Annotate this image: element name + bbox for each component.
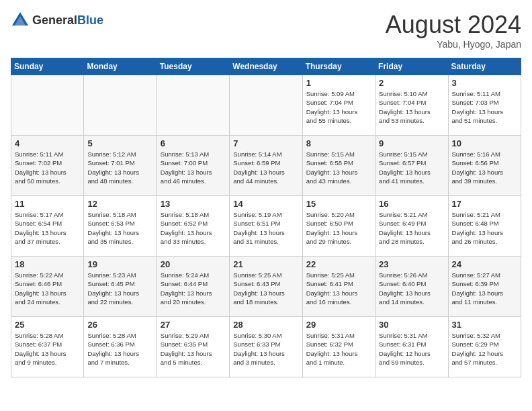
calendar-cell: 24Sunrise: 5:27 AM Sunset: 6:39 PM Dayli… (448, 257, 521, 317)
day-info: Sunrise: 5:12 AM Sunset: 7:01 PM Dayligh… (87, 150, 152, 185)
day-number: 21 (233, 259, 298, 269)
day-info: Sunrise: 5:23 AM Sunset: 6:45 PM Dayligh… (87, 271, 152, 306)
day-number: 24 (452, 259, 517, 269)
page-header: GeneralBlue August 2024 Yabu, Hyogo, Jap… (11, 11, 521, 50)
calendar-cell: 22Sunrise: 5:25 AM Sunset: 6:41 PM Dayli… (302, 257, 375, 317)
day-info: Sunrise: 5:32 AM Sunset: 6:29 PM Dayligh… (452, 331, 517, 367)
day-number: 5 (87, 138, 152, 148)
calendar-cell: 26Sunrise: 5:28 AM Sunset: 6:36 PM Dayli… (84, 317, 157, 377)
day-number: 23 (379, 259, 444, 269)
calendar-cell: 21Sunrise: 5:25 AM Sunset: 6:43 PM Dayli… (230, 257, 302, 317)
day-info: Sunrise: 5:16 AM Sunset: 6:56 PM Dayligh… (452, 150, 517, 185)
calendar-cell: 31Sunrise: 5:32 AM Sunset: 6:29 PM Dayli… (448, 317, 521, 377)
week-row-4: 18Sunrise: 5:22 AM Sunset: 6:46 PM Dayli… (11, 257, 521, 317)
day-number: 13 (161, 199, 226, 209)
weekday-header-sunday: Sunday (11, 58, 84, 75)
weekday-header-wednesday: Wednesday (230, 58, 302, 75)
calendar-cell: 14Sunrise: 5:19 AM Sunset: 6:51 PM Dayli… (230, 196, 302, 257)
day-number: 25 (15, 320, 80, 330)
month-year: August 2024 (386, 11, 521, 39)
weekday-header-tuesday: Tuesday (157, 58, 229, 75)
day-number: 7 (233, 138, 298, 148)
day-number: 11 (15, 199, 80, 209)
logo-icon (11, 11, 30, 30)
weekday-header-thursday: Thursday (302, 58, 375, 75)
day-number: 30 (379, 320, 444, 330)
day-info: Sunrise: 5:15 AM Sunset: 6:57 PM Dayligh… (379, 150, 444, 185)
day-number: 6 (161, 138, 226, 148)
calendar-cell: 28Sunrise: 5:30 AM Sunset: 6:33 PM Dayli… (230, 317, 302, 377)
week-row-3: 11Sunrise: 5:17 AM Sunset: 6:54 PM Dayli… (11, 196, 521, 257)
calendar-cell: 30Sunrise: 5:31 AM Sunset: 6:31 PM Dayli… (375, 317, 448, 377)
calendar-cell: 6Sunrise: 5:13 AM Sunset: 7:00 PM Daylig… (157, 136, 229, 196)
title-block: August 2024 Yabu, Hyogo, Japan (386, 11, 521, 50)
calendar-cell (11, 75, 84, 136)
calendar-cell (230, 75, 302, 136)
weekday-header-friday: Friday (375, 58, 448, 75)
calendar-cell: 7Sunrise: 5:14 AM Sunset: 6:59 PM Daylig… (230, 136, 302, 196)
calendar-cell: 19Sunrise: 5:23 AM Sunset: 6:45 PM Dayli… (84, 257, 157, 317)
location: Yabu, Hyogo, Japan (386, 39, 521, 50)
day-info: Sunrise: 5:17 AM Sunset: 6:54 PM Dayligh… (15, 210, 80, 246)
calendar-cell: 9Sunrise: 5:15 AM Sunset: 6:57 PM Daylig… (375, 136, 448, 196)
calendar-cell: 8Sunrise: 5:15 AM Sunset: 6:58 PM Daylig… (302, 136, 375, 196)
calendar-cell: 13Sunrise: 5:18 AM Sunset: 6:52 PM Dayli… (157, 196, 229, 257)
day-number: 20 (161, 259, 226, 269)
day-info: Sunrise: 5:28 AM Sunset: 6:37 PM Dayligh… (15, 331, 80, 367)
day-info: Sunrise: 5:28 AM Sunset: 6:36 PM Dayligh… (87, 331, 152, 367)
day-number: 19 (87, 259, 152, 269)
day-number: 31 (452, 320, 517, 330)
day-info: Sunrise: 5:15 AM Sunset: 6:58 PM Dayligh… (306, 150, 371, 185)
calendar-cell: 15Sunrise: 5:20 AM Sunset: 6:50 PM Dayli… (302, 196, 375, 257)
day-number: 15 (306, 199, 371, 209)
calendar-cell (84, 75, 157, 136)
calendar-cell: 16Sunrise: 5:21 AM Sunset: 6:49 PM Dayli… (375, 196, 448, 257)
calendar-cell: 25Sunrise: 5:28 AM Sunset: 6:37 PM Dayli… (11, 317, 84, 377)
day-info: Sunrise: 5:21 AM Sunset: 6:49 PM Dayligh… (379, 210, 444, 246)
calendar-cell: 20Sunrise: 5:24 AM Sunset: 6:44 PM Dayli… (157, 257, 229, 317)
logo-text-blue: Blue (77, 13, 103, 27)
day-number: 9 (379, 138, 444, 148)
calendar-cell: 27Sunrise: 5:29 AM Sunset: 6:35 PM Dayli… (157, 317, 229, 377)
day-info: Sunrise: 5:30 AM Sunset: 6:33 PM Dayligh… (233, 331, 298, 367)
calendar-table: SundayMondayTuesdayWednesdayThursdayFrid… (11, 58, 521, 377)
calendar-cell: 1Sunrise: 5:09 AM Sunset: 7:04 PM Daylig… (302, 75, 375, 136)
day-number: 17 (452, 199, 517, 209)
day-info: Sunrise: 5:31 AM Sunset: 6:32 PM Dayligh… (306, 331, 371, 367)
day-info: Sunrise: 5:10 AM Sunset: 7:04 PM Dayligh… (379, 89, 444, 125)
day-number: 14 (233, 199, 298, 209)
day-info: Sunrise: 5:09 AM Sunset: 7:04 PM Dayligh… (306, 89, 371, 125)
day-number: 26 (87, 320, 152, 330)
day-number: 2 (379, 78, 444, 88)
day-number: 27 (161, 320, 226, 330)
day-info: Sunrise: 5:25 AM Sunset: 6:41 PM Dayligh… (306, 271, 371, 306)
day-info: Sunrise: 5:18 AM Sunset: 6:53 PM Dayligh… (87, 210, 152, 246)
day-number: 16 (379, 199, 444, 209)
day-info: Sunrise: 5:21 AM Sunset: 6:48 PM Dayligh… (452, 210, 517, 246)
day-number: 3 (452, 78, 517, 88)
calendar-cell: 17Sunrise: 5:21 AM Sunset: 6:48 PM Dayli… (448, 196, 521, 257)
weekday-header-monday: Monday (84, 58, 157, 75)
day-info: Sunrise: 5:11 AM Sunset: 7:03 PM Dayligh… (452, 89, 517, 125)
calendar-cell: 11Sunrise: 5:17 AM Sunset: 6:54 PM Dayli… (11, 196, 84, 257)
calendar-cell (157, 75, 229, 136)
calendar-cell: 4Sunrise: 5:11 AM Sunset: 7:02 PM Daylig… (11, 136, 84, 196)
day-number: 12 (87, 199, 152, 209)
day-number: 22 (306, 259, 371, 269)
weekday-header-saturday: Saturday (448, 58, 521, 75)
day-info: Sunrise: 5:11 AM Sunset: 7:02 PM Dayligh… (15, 150, 80, 185)
day-number: 1 (306, 78, 371, 88)
day-info: Sunrise: 5:25 AM Sunset: 6:43 PM Dayligh… (233, 271, 298, 306)
calendar-cell: 23Sunrise: 5:26 AM Sunset: 6:40 PM Dayli… (375, 257, 448, 317)
day-number: 28 (233, 320, 298, 330)
day-info: Sunrise: 5:19 AM Sunset: 6:51 PM Dayligh… (233, 210, 298, 246)
day-number: 18 (15, 259, 80, 269)
week-row-5: 25Sunrise: 5:28 AM Sunset: 6:37 PM Dayli… (11, 317, 521, 377)
day-info: Sunrise: 5:29 AM Sunset: 6:35 PM Dayligh… (161, 331, 226, 367)
day-number: 29 (306, 320, 371, 330)
day-info: Sunrise: 5:22 AM Sunset: 6:46 PM Dayligh… (15, 271, 80, 306)
calendar-cell: 5Sunrise: 5:12 AM Sunset: 7:01 PM Daylig… (84, 136, 157, 196)
weekday-header-row: SundayMondayTuesdayWednesdayThursdayFrid… (11, 58, 521, 75)
calendar-cell: 18Sunrise: 5:22 AM Sunset: 6:46 PM Dayli… (11, 257, 84, 317)
day-info: Sunrise: 5:18 AM Sunset: 6:52 PM Dayligh… (161, 210, 226, 246)
